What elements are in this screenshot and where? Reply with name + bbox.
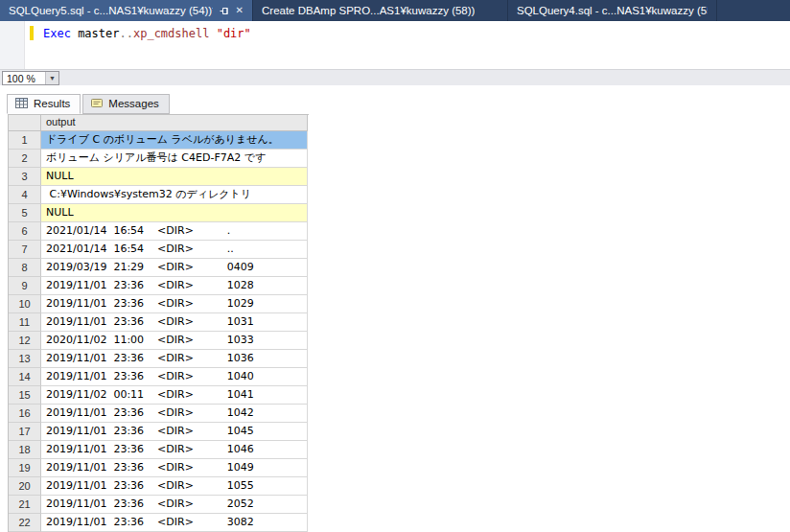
output-cell[interactable]: 2019/11/01 23:36 <DIR> 1029 [41, 295, 308, 313]
grid-row: 62021/01/14 16:54 <DIR> . [9, 222, 309, 241]
column-header-output[interactable]: output [41, 115, 308, 131]
row-number[interactable]: 2 [9, 150, 41, 168]
tab-messages[interactable]: Messages [82, 94, 169, 114]
results-tab-label: Results [34, 98, 70, 109]
grid-row: 4 C:¥Windows¥system32 のディレクトリ [9, 186, 309, 204]
row-number[interactable]: 16 [9, 405, 41, 423]
row-number[interactable]: 10 [9, 295, 41, 313]
tab-label: SQLQuery5.sql - c...NAS1¥kuwazzy (54))* [9, 5, 213, 16]
messages-icon [91, 98, 103, 108]
code-token: xp_cmdshell [133, 27, 209, 40]
grid-row: 132019/11/01 23:36 <DIR> 1036 [9, 350, 309, 368]
row-number[interactable]: 14 [9, 368, 41, 386]
row-number[interactable]: 17 [9, 423, 41, 441]
output-cell[interactable]: ボリューム シリアル番号は C4ED-F7A2 です [41, 150, 308, 168]
modified-line-indicator [30, 26, 34, 40]
output-cell[interactable]: 2019/11/02 00:11 <DIR> 1041 [41, 386, 308, 405]
grid-row: 162019/11/01 23:36 <DIR> 1042 [9, 405, 309, 423]
output-cell[interactable]: 2019/03/19 21:29 <DIR> 0409 [41, 259, 308, 277]
tab-sqlquery4[interactable]: SQLQuery4.sql - c...NAS1¥kuwazzy (55)) [508, 0, 717, 21]
row-number[interactable]: 8 [9, 259, 41, 277]
grid-row: 122020/11/02 11:00 <DIR> 1033 [9, 332, 309, 350]
row-number[interactable]: 22 [9, 514, 41, 532]
grid-corner-cell[interactable] [9, 115, 41, 131]
tab-controls: ✕ [213, 6, 244, 16]
row-number[interactable]: 3 [9, 168, 41, 186]
results-pane: Results Messages output 1ドライブ C のボリューム ラ… [0, 93, 790, 532]
results-grid-icon [15, 98, 28, 108]
close-icon[interactable]: ✕ [236, 6, 244, 15]
code-token: "dir" [217, 27, 251, 40]
grid-row: 202019/11/01 23:36 <DIR> 1055 [9, 477, 309, 496]
output-cell[interactable]: 2021/01/14 16:54 <DIR> . [41, 222, 308, 241]
messages-tab-label: Messages [108, 98, 158, 109]
output-cell[interactable]: ドライブ C のボリューム ラベルがありません。 [41, 131, 308, 150]
tab-create-dbamp[interactable]: Create DBAmp SPRO...AS1¥kuwazzy (58)) [253, 0, 508, 21]
grid-row: 92019/11/01 23:36 <DIR> 1028 [9, 277, 309, 295]
chevron-down-icon[interactable]: ▼ [45, 72, 58, 84]
grid-row: 82019/03/19 21:29 <DIR> 0409 [9, 259, 309, 277]
editor-gutter [0, 21, 25, 69]
grid-row: 3NULL [9, 168, 309, 186]
output-cell[interactable]: C:¥Windows¥system32 のディレクトリ [41, 186, 308, 204]
grid-row: 172019/11/01 23:36 <DIR> 1045 [9, 423, 309, 441]
tab-sqlquery5[interactable]: SQLQuery5.sql - c...NAS1¥kuwazzy (54))* … [0, 0, 253, 21]
grid-row: 192019/11/01 23:36 <DIR> 1049 [9, 459, 309, 477]
grid-row: 212019/11/01 23:36 <DIR> 2052 [9, 496, 309, 514]
grid-body: 1ドライブ C のボリューム ラベルがありません。2ボリューム シリアル番号は … [9, 131, 309, 532]
row-number[interactable]: 1 [9, 131, 41, 150]
output-cell[interactable]: 2019/11/01 23:36 <DIR> 1046 [41, 441, 308, 459]
row-number[interactable]: 18 [9, 441, 41, 459]
output-cell[interactable]: 2020/11/02 11:00 <DIR> 1033 [41, 332, 308, 350]
row-number[interactable]: 21 [9, 496, 41, 514]
output-cell[interactable]: 2019/11/01 23:36 <DIR> 1045 [41, 423, 308, 441]
row-number[interactable]: 9 [9, 277, 41, 295]
grid-row: 112019/11/01 23:36 <DIR> 1031 [9, 313, 309, 332]
output-cell[interactable]: NULL [41, 204, 308, 222]
grid-row: 102019/11/01 23:36 <DIR> 1029 [9, 295, 309, 313]
grid-row: 72021/01/14 16:54 <DIR> .. [9, 241, 309, 259]
output-cell[interactable]: 2019/11/01 23:36 <DIR> 1031 [41, 313, 308, 332]
tab-results[interactable]: Results [7, 94, 81, 114]
code-token: master [78, 27, 119, 40]
grid-header-row: output [9, 115, 309, 131]
output-cell[interactable]: 2019/11/01 23:36 <DIR> 1028 [41, 277, 308, 295]
row-number[interactable]: 13 [9, 350, 41, 368]
output-cell[interactable]: 2019/11/01 23:36 <DIR> 1040 [41, 368, 308, 386]
output-cell[interactable]: 2019/11/01 23:36 <DIR> 1055 [41, 477, 308, 496]
grid-row: 2ボリューム シリアル番号は C4ED-F7A2 です [9, 150, 309, 168]
grid-row: 1ドライブ C のボリューム ラベルがありません。 [9, 131, 309, 150]
output-cell[interactable]: 2019/11/01 23:36 <DIR> 2052 [41, 496, 308, 514]
row-number[interactable]: 11 [9, 313, 41, 332]
tab-label: SQLQuery4.sql - c...NAS1¥kuwazzy (55)) [517, 5, 708, 16]
row-number[interactable]: 7 [9, 241, 41, 259]
pin-icon[interactable] [220, 6, 230, 16]
editor-status-strip: 100 % ▼ [0, 69, 790, 85]
code-token: .. [120, 27, 133, 40]
row-number[interactable]: 6 [9, 222, 41, 241]
output-cell[interactable]: NULL [41, 168, 308, 186]
output-cell[interactable]: 2019/11/01 23:36 <DIR> 1042 [41, 405, 308, 423]
query-editor[interactable]: Exec master..xp_cmdshell "dir" [0, 21, 790, 69]
grid-row: 182019/11/01 23:36 <DIR> 1046 [9, 441, 309, 459]
row-number[interactable]: 20 [9, 477, 41, 496]
row-number[interactable]: 19 [9, 459, 41, 477]
code-token [209, 27, 216, 40]
output-cell[interactable]: 2021/01/14 16:54 <DIR> .. [41, 241, 308, 259]
zoom-combo[interactable]: 100 % ▼ [2, 71, 59, 85]
row-number[interactable]: 12 [9, 332, 41, 350]
grid-row: 152019/11/02 00:11 <DIR> 1041 [9, 386, 309, 405]
grid-row: 5NULL [9, 204, 309, 222]
row-number[interactable]: 5 [9, 204, 41, 222]
output-cell[interactable]: 2019/11/01 23:36 <DIR> 1036 [41, 350, 308, 368]
results-tab-strip: Results Messages [0, 93, 790, 114]
grid-row: 142019/11/01 23:36 <DIR> 1040 [9, 368, 309, 386]
row-number[interactable]: 4 [9, 186, 41, 204]
output-cell[interactable]: 2019/11/01 23:36 <DIR> 3082 [41, 514, 308, 532]
document-tab-bar: SQLQuery5.sql - c...NAS1¥kuwazzy (54))* … [0, 0, 790, 21]
code-line[interactable]: Exec master..xp_cmdshell "dir" [43, 27, 251, 40]
row-number[interactable]: 15 [9, 386, 41, 405]
output-cell[interactable]: 2019/11/01 23:36 <DIR> 1049 [41, 459, 308, 477]
grid-row: 222019/11/01 23:36 <DIR> 3082 [9, 514, 309, 532]
zoom-value: 100 % [3, 72, 45, 84]
